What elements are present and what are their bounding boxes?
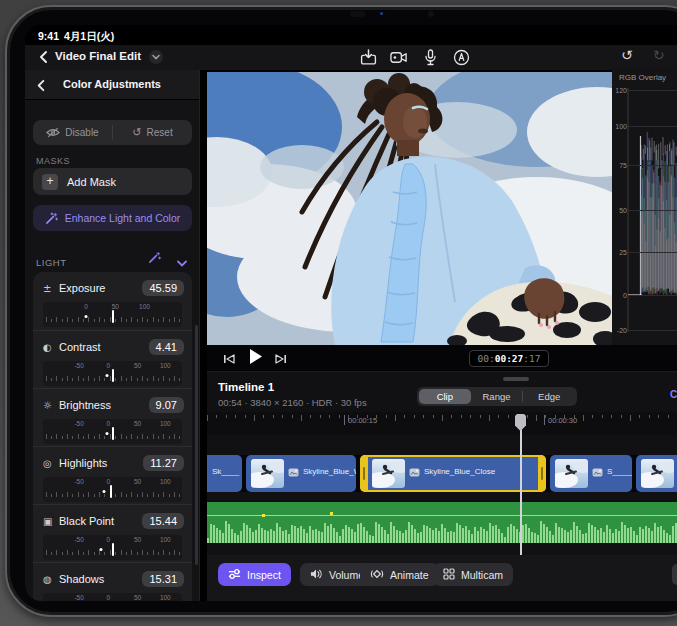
param-value[interactable]: 45.59	[142, 280, 184, 296]
video-preview[interactable]	[207, 72, 612, 345]
keyframe-marker[interactable]	[262, 514, 265, 517]
back-chevron-icon[interactable]	[37, 50, 51, 64]
waveform-bar	[351, 529, 353, 543]
slider-value-line[interactable]	[112, 369, 114, 382]
waveform-bar	[528, 528, 530, 543]
param-slider[interactable]: -50050100	[43, 361, 182, 386]
clip-thumbnail	[641, 459, 674, 488]
slider-scale-label: -50	[74, 478, 83, 485]
waveform-bar	[366, 531, 368, 543]
trim-handle-left[interactable]	[360, 455, 368, 492]
add-mask-button[interactable]: + Add Mask	[33, 168, 192, 195]
playhead-line[interactable]	[520, 429, 522, 555]
ruler-tick	[527, 415, 528, 418]
waveform-bar	[324, 523, 326, 543]
slider-scale-label: 0	[107, 536, 111, 543]
trim-handle-right[interactable]	[538, 455, 546, 492]
param-row-shadows: ◍Shadows15.31-50050100	[33, 562, 192, 601]
skip-to-end-icon[interactable]	[273, 351, 289, 366]
title-bar: Video Final Edit ↺ ↻	[25, 45, 677, 70]
param-slider[interactable]: -50050100	[43, 477, 182, 502]
slider-tick	[137, 494, 138, 497]
slider-default-dot	[85, 315, 88, 318]
skip-to-start-icon[interactable]	[221, 351, 237, 366]
timeline-drag-handle[interactable]	[503, 377, 529, 381]
reset-label: Reset	[147, 127, 173, 138]
ruler-tick	[263, 415, 264, 418]
waveform-bar	[531, 532, 533, 543]
slider-tick	[62, 494, 63, 497]
slider-value-line[interactable]	[112, 543, 114, 556]
slider-tick	[56, 376, 57, 381]
audio-track[interactable]	[207, 502, 677, 543]
animate-icon	[370, 568, 384, 582]
param-slider[interactable]: -50050100	[43, 593, 182, 601]
undo-icon[interactable]: ↺	[621, 47, 633, 63]
param-value[interactable]: 11.27	[143, 455, 184, 471]
param-row-highlights: ◎Highlights11.27-50050100	[33, 446, 192, 504]
light-section-header[interactable]: LIGHT	[36, 252, 189, 266]
timeline-clip[interactable]: S_____	[550, 455, 632, 492]
param-value[interactable]: 4.41	[149, 339, 184, 355]
microphone-icon[interactable]	[421, 48, 439, 66]
slider-tick	[179, 319, 180, 322]
slider-tick	[126, 319, 127, 322]
waveform-bar	[327, 526, 329, 543]
slider-tick	[46, 317, 47, 322]
timeline-clip[interactable]	[636, 455, 677, 492]
slider-tick	[78, 376, 79, 381]
timeline-clip[interactable]: Sk____	[207, 455, 242, 492]
ruler-tick	[301, 415, 302, 421]
slider-tick	[62, 319, 63, 322]
import-media-icon[interactable]	[359, 48, 377, 66]
project-title[interactable]: Video Final Edit	[55, 50, 141, 62]
param-value[interactable]: 9.07	[149, 397, 184, 413]
mode-clip[interactable]: Clip	[419, 389, 471, 404]
timeline-name[interactable]: Timeline 1	[218, 381, 274, 393]
ruler-tick	[245, 415, 246, 418]
disable-button[interactable]: Disable	[33, 120, 112, 145]
keyframe-marker[interactable]	[330, 512, 333, 515]
record-video-camera-icon[interactable]	[390, 48, 408, 66]
param-value[interactable]: 15.31	[142, 571, 184, 587]
param-slider[interactable]: 050100	[43, 302, 182, 327]
mode-edge[interactable]: Edge	[523, 389, 575, 404]
slider-value-line[interactable]	[112, 310, 114, 323]
inspect-button[interactable]: Inspect	[218, 563, 291, 586]
light-collapse-chevron-icon[interactable]	[177, 253, 187, 271]
sidebar-scrollbar[interactable]	[195, 325, 198, 565]
param-value[interactable]: 15.44	[142, 513, 184, 529]
param-slider[interactable]: -50050100	[43, 419, 182, 444]
mode-range[interactable]: Range	[471, 389, 523, 404]
waveform-bar	[660, 526, 662, 543]
enhance-light-color-button[interactable]: Enhance Light and Color	[33, 205, 192, 231]
toolbar-partial-button[interactable]	[672, 564, 677, 585]
timeline-ruler[interactable]: 00:00:1500:00:30	[207, 412, 677, 435]
param-icon: ▣	[43, 516, 59, 527]
reset-button[interactable]: ↺ Reset	[113, 120, 192, 145]
ruler-timecode-label: 00:00:15	[348, 416, 377, 425]
add-mask-label: Add Mask	[67, 176, 116, 188]
ruler-tick	[470, 415, 471, 418]
pencil-tools-icon[interactable]	[452, 48, 470, 66]
slider-tick	[67, 376, 68, 381]
timeline-clip[interactable]: Skyline_Blue_Close	[360, 455, 546, 492]
project-title-chevron-down-icon[interactable]	[149, 50, 163, 64]
ruler-tick	[621, 415, 622, 418]
param-name: Highlights	[59, 457, 107, 469]
animate-button[interactable]: Animate	[360, 563, 439, 586]
slider-tick	[104, 494, 105, 497]
connect-button-partial[interactable]: C	[670, 389, 677, 400]
slider-tick	[67, 492, 68, 497]
timeline-clip[interactable]: Skyline_Blue_Wide	[246, 455, 356, 492]
slider-tick	[56, 492, 57, 497]
slider-tick	[88, 492, 89, 497]
multicam-button[interactable]: Multicam	[433, 563, 513, 586]
slider-value-line[interactable]	[112, 427, 114, 440]
param-icon: ◎	[43, 458, 59, 469]
slider-value-line[interactable]	[110, 485, 112, 498]
scope-axis-label: 50	[613, 207, 627, 214]
play-button-icon[interactable]	[247, 349, 263, 364]
param-slider[interactable]: -50050100	[43, 535, 182, 560]
video-frame-image	[207, 72, 612, 345]
